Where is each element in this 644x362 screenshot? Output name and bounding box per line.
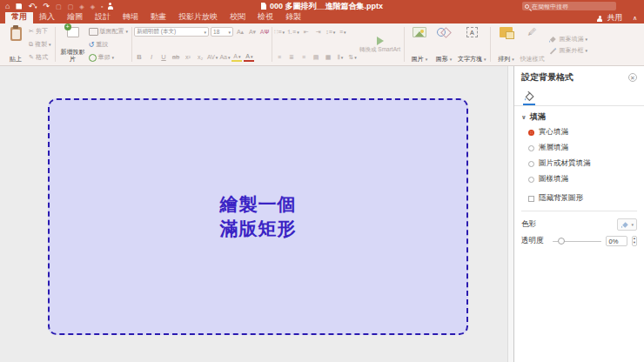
panel-divider — [521, 211, 637, 211]
transparency-row: 透明度 0% ▴▾ — [514, 233, 644, 249]
bullets-button[interactable]: ∷≡▾ — [274, 27, 285, 37]
tab-view[interactable]: 檢視 — [252, 10, 279, 23]
shape-outline-icon — [548, 46, 557, 55]
numbering-button[interactable]: ⒈≡▾ — [286, 27, 299, 37]
option-pattern-fill[interactable]: 圖樣填滿 — [514, 171, 644, 187]
picture-button[interactable]: 圖片 ▾ — [408, 25, 431, 64]
align-center-button[interactable]: ≣ — [286, 52, 297, 62]
highlight-color-button[interactable]: A▾ — [231, 52, 242, 62]
bold-button[interactable]: B — [134, 52, 144, 62]
toolbar-icon: ▪ — [101, 3, 103, 10]
color-row: 色彩 ▾ — [514, 216, 644, 233]
option-gradient-fill[interactable]: 漸層填滿 — [514, 140, 644, 156]
change-case-button[interactable]: Aa▾ — [219, 52, 230, 62]
grow-font-button[interactable]: A▴ — [235, 27, 245, 37]
color-picker-button[interactable]: ▾ — [617, 218, 637, 231]
new-slide-button[interactable]: 新增投影片 — [59, 25, 87, 64]
slide-canvas[interactable]: 繪製一個 滿版矩形 — [0, 66, 513, 362]
section-button[interactable]: 章節▾ — [89, 53, 129, 62]
search-input[interactable] — [532, 3, 614, 10]
transparency-slider[interactable] — [553, 238, 601, 245]
textbox-button[interactable]: A 文字方塊 ▾ — [457, 25, 486, 64]
redo-icon[interactable]: ↷ — [44, 3, 50, 10]
tab-slideshow[interactable]: 投影片放映 — [172, 10, 224, 23]
paragraph-misc-button[interactable]: ≡▾ — [338, 27, 348, 37]
reset-button[interactable]: ↺重設 — [89, 40, 129, 49]
clipboard-group: 貼上 ✂剪下 ⧉複製▾ ✎格式 — [3, 25, 53, 64]
hide-background-checkbox[interactable]: 隱藏背景圖形 — [514, 191, 644, 206]
paragraph-group: ∷≡▾ ⒈≡▾ ⇤ ⇥ ↕≡▾ ≡▾ ≡ ≣ ≡ ▤ ▦ ⫴▾ ⇅▾ — [274, 25, 358, 64]
strikethrough-button[interactable]: ab — [171, 52, 181, 62]
save-icon[interactable] — [16, 3, 22, 10]
cut-button[interactable]: ✂剪下 — [29, 27, 51, 36]
toolbar-icon: ▢ — [68, 3, 74, 10]
shape-fill-button[interactable]: 圖案填滿▾ — [548, 35, 587, 44]
collapse-ribbon-icon[interactable]: ∧ — [633, 15, 637, 22]
textbox-icon: A — [466, 27, 478, 37]
tab-review[interactable]: 校閱 — [224, 10, 252, 23]
format-painter-button[interactable]: ✎格式 — [29, 53, 51, 62]
shape-outline-button[interactable]: 圖案外框▾ — [548, 46, 587, 55]
format-background-panel: 設定背景格式 ✕ ∨ 填滿 實心填滿 漸層填滿 圖片 — [513, 66, 644, 362]
workspace: 繪製一個 滿版矩形 設定背景格式 ✕ ∨ 填滿 實心填滿 — [0, 66, 644, 362]
align-text-button[interactable]: ⇅▾ — [347, 52, 358, 62]
subscript-button[interactable]: x₂ — [195, 52, 205, 62]
tab-draw[interactable]: 繪圖 — [61, 10, 89, 23]
arrange-button[interactable]: 排列 ▾ — [494, 25, 517, 64]
fill-tab[interactable] — [523, 90, 535, 105]
shrink-font-button[interactable]: A▾ — [247, 27, 258, 37]
increase-indent-button[interactable]: ⇥ — [313, 27, 324, 37]
font-color-button[interactable]: A▾ — [244, 52, 254, 62]
vertical-scrollbar[interactable] — [507, 66, 513, 362]
align-right-button[interactable]: ≡ — [299, 52, 309, 62]
smartart-icon — [377, 37, 384, 45]
toolbar-icon: ▢ — [56, 3, 62, 10]
document-icon — [261, 3, 266, 10]
tab-record[interactable]: 錄製 — [279, 10, 307, 23]
tab-design[interactable]: 設計 — [89, 10, 117, 23]
quick-access-toolbar: ⌂ ↶▾ ↷ ▢ ▢ ◈ ◈ ▪ — [5, 3, 104, 10]
italic-button[interactable]: I — [146, 52, 157, 62]
line-spacing-button[interactable]: ↕≡▾ — [325, 27, 336, 37]
search-icon — [525, 4, 529, 9]
copy-button[interactable]: ⧉複製▾ — [29, 40, 51, 49]
quick-styles-button[interactable]: 🖉 快速樣式 — [519, 25, 545, 64]
decrease-indent-button[interactable]: ⇤ — [301, 27, 312, 37]
home-icon[interactable]: ⌂ — [5, 3, 10, 10]
tab-insert[interactable]: 插入 — [33, 10, 61, 23]
slider-handle[interactable] — [558, 238, 565, 245]
underline-button[interactable]: U — [158, 52, 169, 62]
superscript-button[interactable]: x² — [183, 52, 193, 62]
option-picture-texture-fill[interactable]: 圖片或材質填滿 — [514, 156, 644, 171]
font-size-combo[interactable]: 18▾ — [211, 27, 233, 37]
tab-animations[interactable]: 動畫 — [144, 10, 172, 23]
columns-button[interactable]: ▦ — [323, 52, 333, 62]
search-box[interactable] — [522, 2, 616, 10]
slide-small-buttons: 版面配置▾ ↺重設 章節▾ — [89, 25, 129, 64]
align-left-button[interactable]: ≡ — [274, 52, 285, 62]
fill-section-header[interactable]: ∨ 填滿 — [514, 106, 644, 124]
font-name-combo[interactable]: 新細明體 (本文)▾ — [134, 27, 209, 37]
layout-button[interactable]: 版面配置▾ — [89, 27, 129, 36]
option-solid-fill[interactable]: 實心填滿 — [514, 124, 644, 140]
undo-icon[interactable]: ↶▾ — [28, 3, 37, 10]
account-icon[interactable] — [107, 3, 114, 10]
tab-home[interactable]: 常用 — [5, 10, 33, 23]
transparency-stepper[interactable]: ▴▾ — [632, 236, 637, 246]
format-painter-icon: ✎ — [29, 54, 34, 61]
transparency-value[interactable]: 0% — [606, 236, 627, 246]
character-spacing-button[interactable]: AV▾ — [207, 52, 218, 62]
justify-button[interactable]: ▤ — [311, 52, 321, 62]
new-slide-icon — [67, 27, 79, 37]
full-bleed-rectangle-shape[interactable]: 繪製一個 滿版矩形 — [48, 98, 468, 335]
step-down-icon[interactable]: ▾ — [634, 241, 635, 245]
paste-button[interactable]: 貼上 — [4, 25, 27, 64]
clear-formatting-button[interactable]: A𝚿 — [259, 27, 270, 37]
tab-transitions[interactable]: 轉場 — [117, 10, 144, 23]
shapes-button[interactable]: 圖形 ▾ — [433, 25, 455, 64]
close-panel-icon[interactable]: ✕ — [628, 73, 637, 82]
text-direction-button[interactable]: ⫴▾ — [335, 52, 345, 62]
share-button[interactable]: 共用 — [607, 13, 622, 23]
copy-icon: ⧉ — [29, 41, 33, 48]
convert-smartart-button[interactable]: 轉換成 SmartArt — [358, 25, 402, 64]
